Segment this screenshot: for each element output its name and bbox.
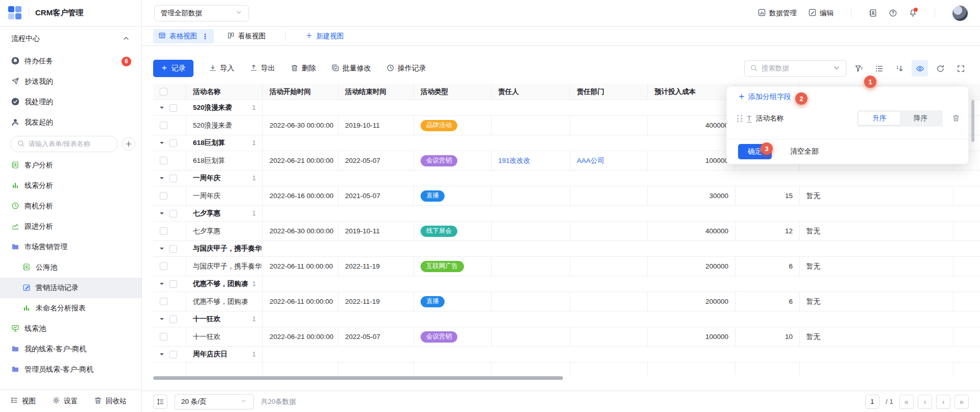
refresh-button[interactable]	[932, 60, 948, 77]
column-header[interactable]: 活动开始时间	[270, 87, 311, 96]
sidebar-footer-1[interactable]: 设置	[52, 396, 78, 406]
column-header[interactable]: 活动结束时间	[345, 87, 386, 96]
collapse-caret-icon[interactable]	[160, 107, 164, 111]
toolbar-action-4[interactable]: 操作记录	[386, 64, 426, 74]
group-button[interactable]	[871, 60, 887, 77]
row-checkbox[interactable]	[160, 227, 167, 235]
table-row[interactable]: 七夕享惠2022-06-30 00:00:002019-10-11线下展会400…	[153, 222, 980, 241]
group-checkbox[interactable]	[169, 351, 177, 358]
ascending-option[interactable]: 升序	[859, 112, 900, 125]
collapse-caret-icon[interactable]	[160, 283, 164, 287]
table-row[interactable]: 一周年庆2022-06-16 00:00:002021-05-07直播30000…	[153, 186, 980, 206]
column-header[interactable]: 活动类型	[421, 87, 448, 96]
prev-page-button[interactable]: ‹	[918, 395, 932, 409]
table-row[interactable]: 十一狂欢2022-06-21 00:00:002022-05-07会议营销100…	[153, 327, 980, 347]
new-view-button[interactable]: 新建视图	[300, 29, 349, 43]
clear-all-button[interactable]: 清空全部	[790, 147, 819, 156]
add-form-button[interactable]	[122, 137, 135, 151]
group-checkbox[interactable]	[169, 245, 177, 253]
sort-button[interactable]: 1	[891, 60, 908, 77]
drag-handle-icon[interactable]	[737, 115, 743, 122]
fullscreen-button[interactable]	[952, 60, 969, 77]
table-row[interactable]: 优惠不够，团购凑2022-06-11 00:00:002022-11-19直播2…	[153, 292, 980, 311]
toolbar-action-3[interactable]: 批量修改	[331, 64, 371, 74]
notifications-button[interactable]	[909, 9, 917, 17]
sidebar-menu-5[interactable]: 公海池	[0, 257, 141, 278]
row-checkbox[interactable]	[160, 262, 167, 270]
column-header[interactable]: 预计投入成本	[654, 87, 696, 96]
row-checkbox[interactable]	[160, 192, 167, 200]
sidebar-search-input[interactable]: 请输入表单/报表名称	[10, 136, 118, 152]
sidebar-menu-1[interactable]: 线索分析	[0, 176, 141, 196]
sidebar-menu-10[interactable]: 管理员线索-客户-商机	[0, 359, 141, 380]
collapse-caret-icon[interactable]	[160, 142, 164, 146]
department-link[interactable]: AAA公司	[577, 156, 604, 165]
column-header[interactable]: 责任部门	[577, 87, 604, 96]
table-search-input[interactable]: 搜索数据	[744, 60, 846, 77]
remove-field-button[interactable]	[952, 114, 960, 124]
add-group-field-button[interactable]: 添加分组字段	[738, 92, 791, 102]
column-header[interactable]: 责任人	[498, 87, 519, 96]
vertical-scrollbar[interactable]	[971, 100, 974, 142]
kebab-menu-icon[interactable]: ⋮	[202, 32, 209, 40]
table-row[interactable]: 与国庆甲子，携手奏华2022-06-11 00:00:002022-11-19互…	[153, 257, 980, 276]
sidebar-menu-8[interactable]: 线索池	[0, 319, 141, 339]
collapse-caret-icon[interactable]	[160, 212, 164, 216]
row-height-button[interactable]	[153, 395, 167, 409]
sidebar-menu-9[interactable]: 我的线索-客户-商机	[0, 339, 141, 359]
owner-link[interactable]: 191改改改	[498, 156, 530, 165]
sidebar-menu-7[interactable]: 未命名分析报表	[0, 298, 141, 319]
collapse-caret-icon[interactable]	[160, 353, 164, 357]
page-size-select[interactable]: 20 条/页	[175, 394, 254, 409]
topbar-action-1[interactable]: 编辑	[808, 8, 834, 18]
collapse-caret-icon[interactable]	[160, 177, 164, 181]
current-page-box[interactable]: 1	[865, 395, 879, 409]
sidebar-item-2[interactable]: 我处理的	[0, 92, 141, 112]
group-checkbox[interactable]	[169, 139, 177, 147]
sidebar-menu-6[interactable]: 营销活动记录	[0, 278, 141, 298]
collapse-caret-icon[interactable]	[160, 248, 164, 252]
group-checkbox[interactable]	[169, 175, 177, 182]
tab-kanban-view[interactable]: 看板视图	[222, 29, 271, 43]
toolbar-action-1[interactable]: 导出	[250, 64, 275, 74]
toolbar-action-2[interactable]: 删除	[290, 64, 316, 74]
collapse-caret-icon[interactable]	[160, 318, 164, 322]
sidebar-section-process-center[interactable]: 流程中心	[0, 27, 141, 51]
sidebar-footer-0[interactable]: 视图	[10, 396, 36, 406]
sidebar-footer-2[interactable]: 回收站	[94, 396, 127, 406]
row-checkbox[interactable]	[160, 157, 167, 164]
sidebar-menu-2[interactable]: 商机分析	[0, 196, 141, 216]
chevron-up-icon[interactable]	[122, 34, 130, 44]
help-button[interactable]	[889, 9, 897, 17]
hide-fields-button[interactable]	[912, 60, 928, 77]
row-checkbox[interactable]	[160, 333, 167, 341]
next-page-button[interactable]: ›	[936, 395, 950, 409]
group-checkbox[interactable]	[169, 104, 177, 112]
sidebar-menu-4[interactable]: 市场营销管理	[0, 237, 141, 257]
row-checkbox[interactable]	[160, 298, 167, 305]
filter-button[interactable]	[850, 60, 867, 77]
sidebar-menu-3[interactable]: 跟进分析	[0, 216, 141, 237]
group-checkbox[interactable]	[169, 280, 177, 288]
column-header[interactable]: 活动名称	[193, 87, 220, 96]
sidebar-item-1[interactable]: 抄送我的	[0, 71, 141, 92]
avatar[interactable]	[952, 6, 968, 21]
horizontal-scrollbar[interactable]	[153, 376, 563, 380]
new-record-button[interactable]: 记录	[153, 60, 193, 77]
sidebar-item-0[interactable]: 待办任务6	[0, 51, 141, 71]
select-all-checkbox[interactable]	[160, 88, 167, 95]
sidebar-menu-0[interactable]: 客户分析	[0, 155, 141, 176]
contact-button[interactable]	[869, 9, 877, 17]
sidebar-item-3[interactable]: 我发起的	[0, 112, 141, 133]
row-checkbox[interactable]	[160, 122, 167, 129]
last-page-button[interactable]: »	[954, 395, 969, 409]
toolbar-action-0[interactable]: 导入	[209, 64, 234, 74]
group-checkbox[interactable]	[169, 316, 177, 323]
tab-table-view[interactable]: 表格视图 ⋮	[153, 29, 214, 43]
group-checkbox[interactable]	[169, 210, 177, 217]
topbar-action-0[interactable]: 数据管理	[757, 8, 797, 18]
data-scope-select[interactable]: 管理全部数据	[154, 5, 249, 21]
first-page-button[interactable]: «	[899, 395, 914, 409]
cell-activity-name: 十一狂欢	[193, 332, 220, 342]
descending-option[interactable]: 降序	[900, 112, 941, 125]
